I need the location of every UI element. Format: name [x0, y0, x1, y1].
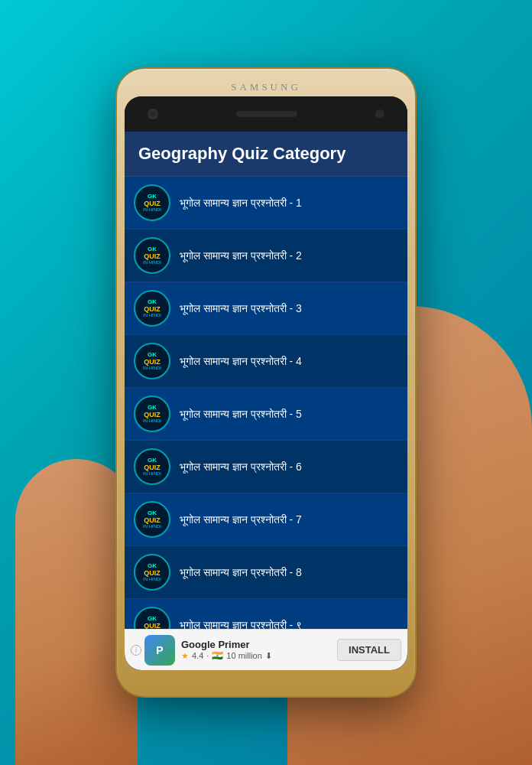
front-camera-icon	[148, 109, 158, 119]
sensor-icon	[375, 109, 384, 119]
quiz-list: GK QUIZ IN HINDI भूगोल सामान्य ज्ञान प्र…	[125, 177, 407, 629]
quiz-item-icon: GK QUIZ IN HINDI	[134, 554, 170, 591]
ad-download-icon: ⬇	[265, 651, 272, 661]
quiz-label-icon: QUIZ	[144, 359, 161, 366]
quiz-label-icon: QUIZ	[144, 253, 161, 261]
ad-rating: 4.4	[192, 651, 203, 660]
in-hindi-label: IN HINDI	[143, 577, 161, 582]
quiz-item-icon: GK QUIZ IN HINDI	[134, 607, 170, 629]
app-screen: Geography Quiz Category GK QUIZ IN HINDI…	[125, 132, 407, 670]
ad-separator: ·	[206, 651, 209, 660]
ad-downloads: 10 million	[226, 651, 261, 660]
list-item[interactable]: GK QUIZ IN HINDI भूगोल सामान्य ज्ञान प्र…	[125, 546, 407, 599]
quiz-item-icon: GK QUIZ IN HINDI	[134, 501, 170, 538]
quiz-label-icon: QUIZ	[144, 623, 161, 629]
ad-star-icon: ★	[181, 651, 189, 661]
quiz-item-icon: GK QUIZ IN HINDI	[134, 448, 170, 485]
quiz-label-icon: QUIZ	[144, 517, 161, 525]
quiz-item-label: भूगोल सामान्य ज्ञान प्रश्नोतरी - 2	[180, 249, 398, 262]
list-item[interactable]: GK QUIZ IN HINDI भूगोल सामान्य ज्ञान प्र…	[125, 230, 407, 282]
quiz-item-label: भूगोल सामान्य ज्ञान प्रश्नोतरी - 1	[180, 197, 398, 210]
samsung-brand: SAMSUNG	[125, 76, 407, 96]
quiz-label-icon: QUIZ	[144, 200, 161, 208]
in-hindi-label: IN HINDI	[143, 418, 161, 424]
quiz-item-label: भूगोल सामान्य ज्ञान प्रश्नोतरी - 5	[180, 408, 398, 421]
in-hindi-label: IN HINDI	[143, 260, 161, 265]
list-item[interactable]: GK QUIZ IN HINDI भूगोल सामान्य ज्ञान प्र…	[125, 599, 407, 629]
ad-title: Google Primer	[181, 639, 337, 650]
quiz-item-label: भूगोल सामान्य ज्ञान प्रश्नोतरी - 6	[180, 461, 398, 474]
ad-banner: i P Google Primer ★ 4.4 · 🇮🇳 10 million …	[125, 629, 407, 670]
app-header: Geography Quiz Category	[125, 132, 407, 177]
quiz-item-label: भूगोल सामान्य ज्ञान प्रश्नोतरी - 8	[180, 566, 398, 579]
in-hindi-label: IN HINDI	[143, 471, 161, 477]
top-bezel	[125, 96, 407, 132]
quiz-item-label: भूगोल सामान्य ज्ञान प्रश्नोतरी - 7	[180, 513, 398, 526]
ad-meta: ★ 4.4 · 🇮🇳 10 million ⬇	[181, 650, 337, 661]
quiz-item-icon: GK QUIZ IN HINDI	[134, 396, 170, 432]
quiz-item-icon: GK QUIZ IN HINDI	[134, 290, 170, 327]
quiz-item-label: भूगोल सामान्य ज्ञान प्रश्नोतरी - ९	[180, 619, 398, 630]
in-hindi-label: IN HINDI	[143, 207, 161, 213]
list-item[interactable]: GK QUIZ IN HINDI भूगोल सामान्य ज्ञान प्र…	[125, 388, 407, 441]
install-button[interactable]: INSTALL	[337, 639, 401, 661]
quiz-item-label: भूगोल सामान्य ज्ञान प्रश्नोतरी - 4	[180, 355, 398, 368]
in-hindi-label: IN HINDI	[143, 524, 161, 529]
speaker-icon	[236, 111, 297, 117]
list-item[interactable]: GK QUIZ IN HINDI भूगोल सामान्य ज्ञान प्र…	[125, 493, 407, 546]
list-item[interactable]: GK QUIZ IN HINDI भूगोल सामान्य ज्ञान प्र…	[125, 335, 407, 388]
ad-app-icon-letter: P	[156, 644, 163, 656]
quiz-label-icon: QUIZ	[144, 306, 161, 314]
quiz-item-label: भूगोल सामान्य ज्ञान प्रश्नोतरी - 3	[180, 302, 398, 315]
list-item[interactable]: GK QUIZ IN HINDI भूगोल सामान्य ज्ञान प्र…	[125, 441, 407, 493]
ad-info-block: Google Primer ★ 4.4 · 🇮🇳 10 million ⬇	[181, 639, 337, 661]
in-hindi-label: IN HINDI	[143, 366, 161, 371]
quiz-item-icon: GK QUIZ IN HINDI	[134, 343, 170, 379]
quiz-label-icon: QUIZ	[144, 570, 161, 578]
ad-info-icon: i	[131, 645, 141, 656]
quiz-label-icon: QUIZ	[144, 464, 161, 472]
quiz-label-icon: QUIZ	[144, 412, 161, 419]
ad-flag-icon: 🇮🇳	[212, 650, 223, 661]
phone-screen: Geography Quiz Category GK QUIZ IN HINDI…	[125, 96, 407, 670]
quiz-item-icon: GK QUIZ IN HINDI	[134, 237, 170, 274]
quiz-item-icon: GK QUIZ IN HINDI	[134, 184, 170, 221]
in-hindi-label: IN HINDI	[143, 313, 161, 318]
list-item[interactable]: GK QUIZ IN HINDI भूगोल सामान्य ज्ञान प्र…	[125, 177, 407, 230]
page-title: Geography Quiz Category	[138, 144, 394, 164]
phone-frame: SAMSUNG Geography Quiz Category GK QUIZ …	[117, 69, 415, 696]
list-item[interactable]: GK QUIZ IN HINDI भूगोल सामान्य ज्ञान प्र…	[125, 282, 407, 335]
ad-app-icon: P	[144, 635, 175, 666]
